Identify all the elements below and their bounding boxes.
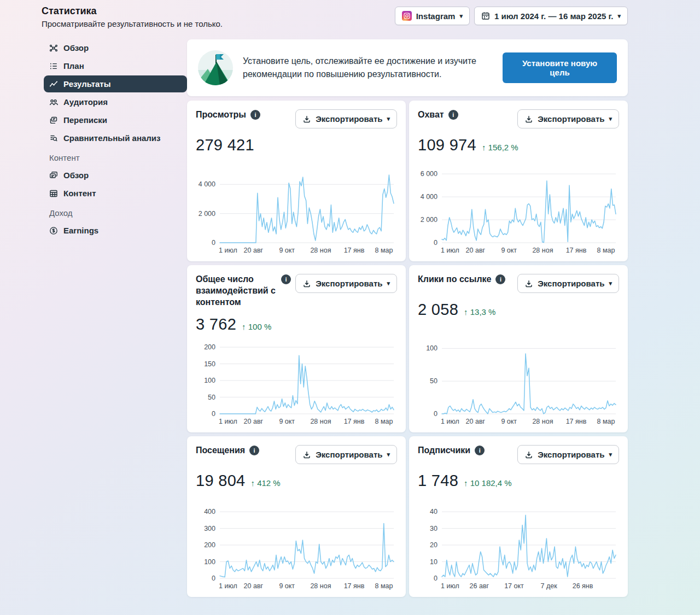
svg-text:17 янв: 17 янв [566, 418, 587, 425]
svg-text:17 окт: 17 окт [504, 582, 524, 590]
sidebar-item-messages[interactable]: Переписки [44, 112, 187, 128]
svg-text:40: 40 [430, 508, 438, 516]
numbered-list-icon [49, 62, 58, 71]
followers-card: Подписчики i Экспортировать ▾ 1 748 ↑ 10… [409, 436, 628, 597]
sidebar-item-overview[interactable]: Обзор [44, 39, 187, 56]
card-title: Просмотры [196, 109, 246, 121]
svg-text:9 окт: 9 окт [501, 247, 517, 254]
svg-text:28 ноя: 28 ноя [310, 582, 331, 590]
svg-text:1 июл: 1 июл [219, 247, 237, 254]
svg-text:100: 100 [204, 377, 215, 384]
cards-icon [49, 171, 58, 180]
info-icon[interactable]: i [448, 110, 458, 120]
sidebar-item-earnings[interactable]: Earnings [44, 222, 187, 239]
svg-text:28 ноя: 28 ноя [310, 247, 331, 254]
svg-text:100: 100 [204, 558, 215, 566]
reach-chart: 02 0004 0006 0001 июл20 авг9 окт28 ноя17… [418, 168, 619, 255]
svg-text:2 000: 2 000 [421, 216, 438, 224]
svg-text:4 000: 4 000 [199, 180, 215, 188]
sidebar-item-content-overview[interactable]: Обзор [44, 167, 187, 184]
svg-text:17 янв: 17 янв [344, 418, 365, 425]
top-bar: Статистика Просматривайте результативнос… [0, 0, 700, 28]
sidebar-item-label: План [63, 61, 84, 71]
export-button[interactable]: Экспортировать ▾ [517, 109, 619, 128]
svg-text:1 июл: 1 июл [441, 247, 459, 254]
export-label: Экспортировать [316, 114, 382, 124]
svg-text:9 окт: 9 окт [279, 418, 295, 425]
date-range-selector[interactable]: 1 июл 2024 г. — 16 мар 2025 г. ▾ [474, 7, 628, 25]
sidebar-item-audience[interactable]: Аудитория [44, 93, 187, 110]
svg-text:17 янв: 17 янв [344, 582, 365, 590]
card-title: Общее число взаимодействий с контентом [196, 274, 277, 308]
svg-text:0: 0 [212, 575, 215, 582]
link-clicks-chart: 0501001 июл20 авг9 окт28 ноя17 янв8 мар [418, 339, 619, 426]
views-card: Просмотры i Экспортировать ▾ 279 421 [187, 101, 406, 261]
sidebar-item-content[interactable]: Контент [44, 185, 187, 202]
info-icon[interactable]: i [249, 446, 259, 455]
metric-change: ↑ 156,2 % [482, 143, 518, 152]
download-icon [524, 450, 533, 459]
svg-text:20: 20 [430, 541, 438, 549]
svg-text:28 ноя: 28 ноя [310, 418, 331, 425]
sidebar-item-results[interactable]: Результаты [44, 75, 187, 92]
svg-text:100: 100 [426, 344, 438, 352]
export-button[interactable]: Экспортировать ▾ [517, 445, 619, 464]
followers-chart: 0102030401 июл26 авг17 окт7 дек26 янв [418, 504, 619, 590]
info-icon[interactable]: i [475, 446, 485, 455]
metric-change: ↑ 13,3 % [464, 307, 495, 317]
svg-text:9 окт: 9 окт [279, 582, 295, 590]
download-icon [524, 279, 533, 288]
svg-text:1 июл: 1 июл [441, 418, 459, 425]
svg-text:20 авг: 20 авг [244, 418, 264, 425]
svg-text:6 000: 6 000 [421, 170, 438, 178]
sidebar-section-income: Доход [49, 208, 187, 218]
download-icon [302, 450, 311, 459]
messages-icon [49, 116, 58, 125]
channel-selector[interactable]: Instagram ▾ [395, 7, 470, 25]
trend-line-icon [49, 80, 58, 89]
svg-text:200: 200 [204, 343, 215, 351]
metric-value: 1 748 [418, 472, 458, 490]
main-content: Установите цель, отслеживайте ее достиже… [187, 39, 628, 597]
info-icon[interactable]: i [281, 274, 291, 284]
goal-banner: Установите цель, отслеживайте ее достиже… [187, 39, 628, 96]
export-label: Экспортировать [316, 279, 382, 288]
export-button[interactable]: Экспортировать ▾ [295, 274, 397, 293]
svg-text:0: 0 [434, 410, 438, 418]
visits-card: Посещения i Экспортировать ▾ 19 804 ↑ 41… [187, 436, 406, 597]
sidebar-item-label: Результаты [63, 79, 110, 89]
info-icon[interactable]: i [250, 110, 260, 120]
info-icon[interactable]: i [495, 274, 505, 284]
sidebar-section-content: Контент [49, 153, 187, 162]
sidebar-item-label: Аудитория [63, 97, 108, 107]
views-chart: 02 0004 0001 июл20 авг9 окт28 ноя17 янв8… [196, 168, 397, 255]
chevron-down-icon: ▾ [617, 13, 621, 19]
export-button[interactable]: Экспортировать ▾ [517, 274, 619, 293]
people-icon [49, 98, 58, 107]
export-button[interactable]: Экспортировать ▾ [295, 109, 397, 128]
sidebar-item-benchmark[interactable]: Сравнительный анализ [44, 130, 187, 147]
svg-text:1 июл: 1 июл [441, 582, 459, 590]
set-new-goal-button[interactable]: Установите новую цель [503, 52, 617, 83]
svg-text:17 янв: 17 янв [344, 247, 365, 254]
metric-value: 279 421 [196, 136, 254, 154]
svg-text:0: 0 [434, 575, 438, 582]
page-title: Статистика [42, 5, 223, 17]
svg-text:9 окт: 9 окт [279, 247, 295, 254]
interactions-chart: 0501001502001 июл20 авг9 окт28 ноя17 янв… [196, 339, 397, 426]
svg-text:26 авг: 26 авг [470, 582, 489, 590]
chevron-down-icon: ▾ [609, 280, 612, 286]
svg-text:0: 0 [212, 410, 215, 418]
network-icon [49, 44, 58, 52]
sidebar-item-plan[interactable]: План [44, 57, 187, 74]
svg-text:50: 50 [208, 394, 215, 401]
sidebar-item-label: Контент [63, 189, 96, 198]
card-title: Посещения [196, 445, 245, 456]
svg-text:20 авг: 20 авг [466, 247, 486, 254]
svg-text:8 мар: 8 мар [597, 418, 615, 425]
sidebar-item-label: Earnings [63, 226, 98, 235]
export-button[interactable]: Экспортировать ▾ [295, 445, 397, 464]
channel-selector-label: Instagram [416, 11, 456, 21]
metric-change: ↑ 10 182,4 % [464, 478, 512, 488]
sidebar-item-label: Обзор [63, 43, 89, 52]
